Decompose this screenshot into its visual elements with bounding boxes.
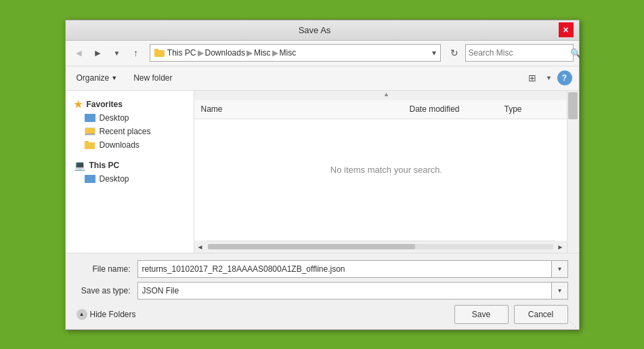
filetype-label: Save as type: — [77, 286, 137, 295]
organize-label: Organize — [77, 73, 110, 83]
organize-dropdown-icon: ▼ — [111, 75, 117, 81]
this-pc-label: 💻 This PC — [66, 157, 194, 172]
navigation-toolbar: ◄ ► ▼ ↑ This PC ▶ Downloads ▶ Misc ▶ Mis… — [66, 41, 579, 66]
title-bar: Save As × — [66, 20, 579, 41]
buttons-row: ▲ Hide Folders Save Cancel — [77, 305, 568, 324]
bottom-section: File name: ▾ Save as type: ▾ ▲ Hide Fold… — [66, 253, 579, 329]
col-name-header: Name — [201, 104, 410, 114]
breadcrumb-part-1[interactable]: This PC — [167, 48, 196, 58]
hide-folders-icon: ▲ — [77, 309, 87, 320]
sidebar-this-pc-section: 💻 This PC Desktop — [66, 157, 194, 186]
action-bar: Organize ▼ New folder ⊞ ▼ ? — [66, 66, 579, 91]
sidebar: ★ Favorites Desktop Recent places — [66, 91, 194, 253]
breadcrumb-part-3[interactable]: Misc — [254, 48, 271, 58]
filename-input[interactable] — [137, 260, 552, 278]
scroll-track — [208, 244, 553, 249]
resize-grip: ⋱ — [570, 321, 576, 328]
col-date-header: Date modified — [410, 104, 505, 114]
view-mode-button[interactable]: ⊞ — [523, 69, 541, 87]
scroll-right-button[interactable]: ► — [555, 241, 567, 253]
recent-places-icon — [85, 127, 95, 136]
refresh-button[interactable]: ↻ — [446, 45, 463, 61]
favorites-section: ★ Favorites — [66, 96, 194, 111]
breadcrumb-part-2[interactable]: Downloads — [205, 48, 245, 58]
sidebar-item-recent-places[interactable]: Recent places — [66, 125, 194, 138]
breadcrumb-dropdown-button[interactable]: ▾ — [432, 48, 436, 58]
breadcrumb-bar: This PC ▶ Downloads ▶ Misc ▶ Misc ▾ — [150, 44, 441, 62]
downloads-icon — [85, 140, 95, 149]
col-type-header: Type — [505, 104, 572, 114]
view-dropdown-button[interactable]: ▼ — [544, 69, 555, 87]
dialog-title: Save As — [71, 25, 559, 35]
this-pc-text: This PC — [89, 161, 120, 170]
sidebar-item-desktop[interactable]: Desktop — [66, 111, 194, 125]
svg-rect-1 — [154, 49, 158, 52]
organize-button[interactable]: Organize ▼ — [72, 70, 122, 85]
vertical-scrollbar[interactable] — [567, 91, 579, 253]
save-as-dialog: Save As × ◄ ► ▼ ↑ This PC ▶ Downloads ▶ … — [65, 20, 580, 330]
desktop-icon — [85, 114, 95, 122]
action-buttons: Save Cancel — [454, 305, 568, 324]
back-button[interactable]: ◄ — [71, 45, 87, 61]
new-folder-button[interactable]: New folder — [129, 70, 176, 85]
scroll-thumb — [208, 244, 415, 249]
search-icon: 🔍 — [570, 48, 581, 58]
scrollbar-thumb[interactable] — [568, 92, 578, 119]
sidebar-item-recent-places-label: Recent places — [100, 127, 151, 136]
this-pc-icon: 💻 — [74, 160, 85, 171]
svg-rect-5 — [85, 142, 95, 149]
save-button[interactable]: Save — [454, 305, 509, 324]
hide-folders-button[interactable]: ▲ Hide Folders — [77, 309, 136, 320]
up-button[interactable]: ↑ — [128, 45, 144, 61]
file-list-header: Name Date modified Type — [194, 100, 579, 119]
sidebar-item-this-pc-desktop[interactable]: Desktop — [66, 172, 194, 186]
filename-row: File name: ▾ — [77, 260, 568, 278]
sidebar-item-this-pc-desktop-label: Desktop — [100, 174, 129, 184]
file-list: ▲ Name Date modified Type No items match… — [194, 91, 579, 253]
bottom-wrapper: File name: ▾ Save as type: ▾ ▲ Hide Fold… — [66, 253, 579, 329]
empty-message: No items match your search. — [194, 119, 579, 221]
breadcrumb-part-4[interactable]: Misc — [280, 48, 297, 58]
filetype-input[interactable] — [137, 282, 552, 300]
svg-rect-6 — [85, 141, 89, 143]
filename-label: File name: — [77, 264, 137, 274]
close-button[interactable]: × — [559, 22, 574, 37]
help-button[interactable]: ? — [557, 70, 572, 85]
sidebar-item-downloads[interactable]: Downloads — [66, 138, 194, 152]
scroll-left-button[interactable]: ◄ — [194, 241, 207, 253]
view-options: ⊞ ▼ ? — [523, 69, 572, 87]
sidebar-item-downloads-label: Downloads — [100, 140, 139, 150]
svg-rect-4 — [85, 134, 95, 135]
forward-button[interactable]: ► — [90, 45, 106, 61]
search-box: 🔍 — [465, 44, 574, 62]
search-input[interactable] — [469, 48, 570, 58]
folder-icon — [154, 47, 165, 58]
cancel-button[interactable]: Cancel — [514, 305, 568, 324]
favorites-star-icon: ★ — [74, 99, 83, 110]
dropdown-button[interactable]: ▼ — [109, 45, 125, 61]
horizontal-scrollbar[interactable]: ◄ ► — [194, 241, 567, 253]
favorites-label: Favorites — [87, 100, 123, 109]
hide-folders-label: Hide Folders — [90, 310, 136, 319]
scroll-up-area: ▲ — [194, 91, 579, 100]
filetype-row: Save as type: ▾ — [77, 282, 568, 300]
main-content: ★ Favorites Desktop Recent places — [66, 91, 579, 253]
this-pc-desktop-icon — [85, 175, 95, 183]
svg-rect-3 — [85, 128, 95, 134]
filename-dropdown[interactable]: ▾ — [552, 260, 568, 278]
filetype-dropdown[interactable]: ▾ — [552, 282, 568, 300]
sidebar-item-desktop-label: Desktop — [100, 113, 129, 123]
